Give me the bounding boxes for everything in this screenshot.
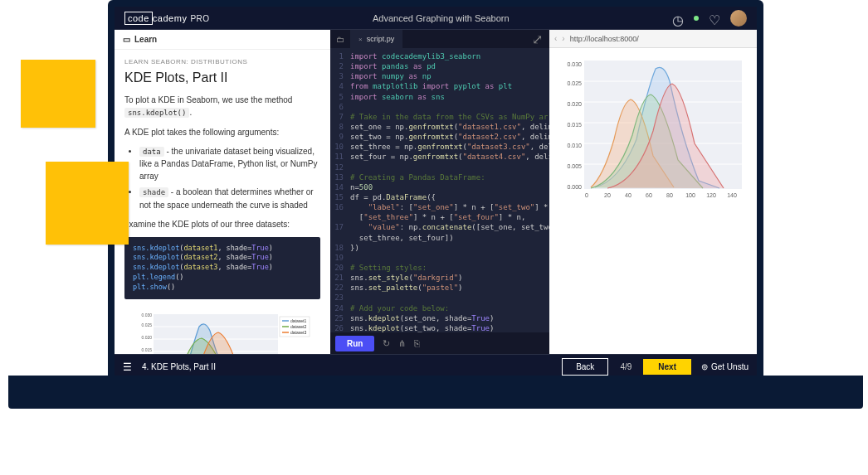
svg-text:0: 0 bbox=[585, 192, 588, 198]
svg-text:80: 80 bbox=[666, 192, 673, 198]
svg-text:140: 140 bbox=[727, 192, 737, 198]
svg-text:0.020: 0.020 bbox=[567, 101, 582, 107]
lesson-title: KDE Plots, Part II bbox=[124, 70, 320, 85]
svg-text:0.015: 0.015 bbox=[141, 347, 152, 352]
course-title: Advanced Graphing with Seaborn bbox=[210, 13, 672, 23]
svg-text:0.010: 0.010 bbox=[567, 143, 582, 148]
share-icon[interactable]: ⋔ bbox=[398, 338, 406, 349]
lifesaver-icon: ⊚ bbox=[701, 362, 708, 371]
editor-tab[interactable]: × script.py bbox=[350, 30, 402, 48]
svg-text:dataset1: dataset1 bbox=[290, 318, 306, 323]
url-bar[interactable]: http://localhost:8000/ bbox=[570, 35, 752, 43]
breadcrumb: LEARN SEABORN: DISTRIBUTIONS bbox=[124, 58, 320, 65]
svg-text:0.025: 0.025 bbox=[141, 322, 152, 327]
svg-text:dataset3: dataset3 bbox=[290, 330, 306, 335]
next-button[interactable]: Next bbox=[643, 359, 691, 375]
refresh-icon[interactable]: ↻ bbox=[383, 338, 390, 349]
tab-label: script.py bbox=[367, 35, 395, 43]
avatar[interactable] bbox=[730, 10, 747, 27]
footer-lesson-label: 4. KDE Plots, Part II bbox=[142, 362, 552, 371]
menu-icon[interactable]: ☰ bbox=[123, 361, 132, 373]
list-item: shade - a boolean that determines whethe… bbox=[139, 186, 320, 211]
svg-text:0.000: 0.000 bbox=[567, 184, 582, 190]
clock-icon[interactable]: ◷ bbox=[672, 12, 684, 24]
page-indicator: 4/9 bbox=[620, 362, 631, 371]
svg-text:100: 100 bbox=[685, 192, 695, 198]
sticky-note[interactable] bbox=[46, 162, 129, 245]
editor-panel: 🗀 × script.py ⤢ 1import codecademylib3_s… bbox=[330, 30, 549, 354]
learn-panel: ▭ Learn LEARN SEABORN: DISTRIBUTIONS KDE… bbox=[115, 30, 330, 354]
status-dot-icon bbox=[694, 16, 699, 21]
svg-text:0.020: 0.020 bbox=[141, 335, 152, 340]
run-button[interactable]: Run bbox=[335, 336, 374, 351]
copy-icon[interactable]: ⎘ bbox=[414, 338, 420, 348]
learn-chart: 0.0000.0050.0100.0150.0200.0250.030 data… bbox=[124, 306, 320, 354]
svg-text:0.015: 0.015 bbox=[567, 122, 582, 128]
logo[interactable]: codecademyPRO bbox=[124, 13, 210, 23]
browser-panel: ‹ › http://localhost:8000/ 0.0000.0050.0… bbox=[549, 30, 757, 354]
get-unstuck-button[interactable]: ⊚ Get Unstu bbox=[701, 362, 749, 371]
expand-icon[interactable]: ⤢ bbox=[525, 30, 549, 48]
logo-cademy: cademy bbox=[153, 13, 188, 23]
inline-code: sns.kdeplot() bbox=[124, 108, 189, 118]
args-intro: A KDE plot takes the following arguments… bbox=[124, 126, 320, 138]
svg-text:0.005: 0.005 bbox=[567, 163, 582, 169]
app-topbar: codecademyPRO Advanced Graphing with Sea… bbox=[115, 7, 757, 30]
svg-text:40: 40 bbox=[625, 192, 631, 198]
browser-output: 0.0000.0050.0100.0150.0200.0250.030 0204… bbox=[549, 48, 757, 354]
intro-text: To plot a KDE in Seaborn, we use the met… bbox=[124, 94, 320, 119]
laptop-base bbox=[8, 385, 863, 409]
back-arrow-icon[interactable]: ‹ bbox=[554, 34, 557, 43]
logo-code: code bbox=[124, 12, 153, 25]
book-icon: ▭ bbox=[123, 35, 130, 44]
learn-tab[interactable]: ▭ Learn bbox=[115, 30, 330, 50]
examine-text: examine the KDE plots of our three datas… bbox=[124, 218, 320, 230]
logo-pro: PRO bbox=[190, 14, 209, 23]
back-button[interactable]: Back bbox=[562, 358, 608, 376]
folder-icon[interactable]: 🗀 bbox=[330, 30, 350, 48]
code-editor[interactable]: 1import codecademylib3_seaborn2import pa… bbox=[330, 48, 549, 332]
svg-text:0.025: 0.025 bbox=[567, 80, 582, 86]
svg-text:20: 20 bbox=[604, 192, 611, 198]
close-icon[interactable]: × bbox=[358, 36, 363, 43]
svg-text:0.030: 0.030 bbox=[141, 313, 152, 317]
svg-text:dataset2: dataset2 bbox=[290, 324, 306, 329]
bell-icon[interactable]: ♡ bbox=[709, 12, 720, 24]
list-item: data - the univariate dataset being visu… bbox=[139, 145, 320, 183]
sticky-note[interactable] bbox=[21, 60, 95, 128]
svg-text:0.030: 0.030 bbox=[567, 61, 582, 67]
forward-arrow-icon[interactable]: › bbox=[562, 34, 564, 43]
code-example: sns.kdeplot(dataset1, shade=True) sns.kd… bbox=[124, 237, 320, 299]
svg-text:60: 60 bbox=[646, 192, 652, 198]
learn-tab-label: Learn bbox=[134, 35, 157, 44]
svg-text:120: 120 bbox=[706, 192, 716, 198]
